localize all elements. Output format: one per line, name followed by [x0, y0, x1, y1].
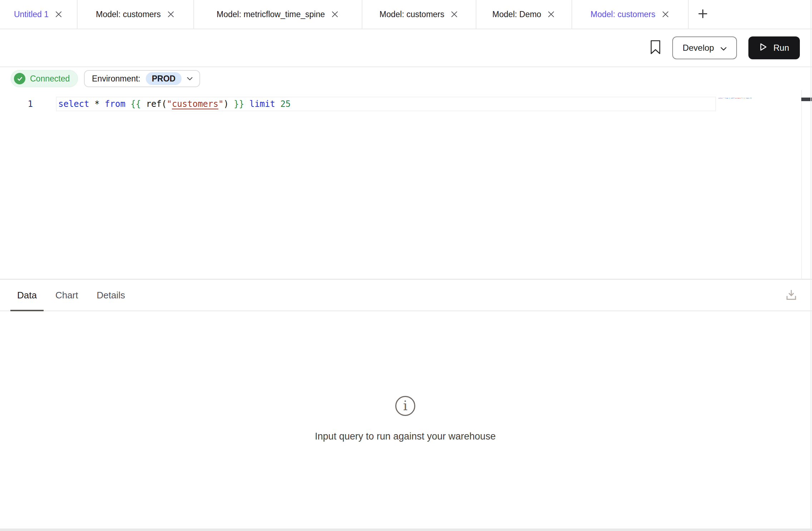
code-token: "	[218, 99, 223, 109]
page-scrollbar-track	[811, 0, 811, 531]
bottom-border	[0, 528, 812, 531]
results-panel-header: Data Chart Details	[0, 280, 812, 311]
develop-button-label: Develop	[683, 43, 714, 53]
results-tabs: Data Chart Details	[0, 280, 137, 311]
app-window: Untitled 1 Model: customers Model: metri…	[0, 0, 812, 531]
sql-editor[interactable]: 1 select * from {{ ref("customers") }} l…	[0, 90, 812, 279]
info-icon: i	[395, 396, 415, 416]
tab-details[interactable]: Details	[90, 280, 132, 311]
develop-button[interactable]: Develop	[672, 36, 737, 59]
tab-untitled-1[interactable]: Untitled 1	[0, 0, 78, 29]
toolbar: Develop Run	[0, 29, 812, 67]
editor-scrollbar-track	[801, 90, 812, 279]
code-token: *	[94, 99, 105, 109]
tab-model-demo[interactable]: Model: Demo	[476, 0, 572, 29]
tab-label: Model: Demo	[492, 10, 541, 19]
environment-value-chip: PROD	[146, 72, 182, 85]
tab-details-label: Details	[97, 290, 125, 301]
results-empty-state: i Input query to run against your wareho…	[0, 396, 811, 442]
info-icon-glyph: i	[403, 399, 407, 412]
chevron-down-icon	[721, 43, 727, 53]
tab-model-customers-3[interactable]: Model: customers	[572, 0, 689, 29]
code-token: "	[167, 99, 172, 109]
code-token: ref(	[146, 99, 167, 109]
tab-label: Model: metricflow_time_spine	[217, 10, 325, 19]
bookmark-button[interactable]	[650, 40, 661, 56]
check-circle-icon	[14, 73, 25, 84]
new-tab-button[interactable]	[689, 0, 708, 29]
editor-minimap[interactable]: select * from {{ ref("customers") }} lim…	[718, 98, 801, 126]
close-icon[interactable]	[450, 10, 459, 19]
editor-tab-bar: Untitled 1 Model: customers Model: metri…	[0, 0, 812, 29]
connection-status-label: Connected	[30, 74, 70, 84]
close-icon[interactable]	[167, 10, 175, 19]
bookmark-icon	[650, 40, 661, 56]
tab-model-metricflow-time-spine[interactable]: Model: metricflow_time_spine	[194, 0, 362, 29]
tab-model-customers-1[interactable]: Model: customers	[78, 0, 194, 29]
tab-label: Untitled 1	[14, 10, 49, 19]
run-button-label: Run	[773, 43, 789, 53]
code-token: }}	[234, 99, 249, 109]
empty-state-message: Input query to run against your warehous…	[315, 431, 496, 442]
tab-data[interactable]: Data	[10, 280, 44, 311]
close-icon[interactable]	[547, 10, 555, 19]
run-button[interactable]: Run	[748, 36, 800, 59]
environment-selector[interactable]: Environment: PROD	[84, 70, 200, 87]
code-token: from	[105, 99, 130, 109]
code-line[interactable]: select * from {{ ref("customers") }} lim…	[58, 99, 291, 109]
chevron-down-icon	[187, 76, 193, 81]
code-token: limit	[249, 99, 281, 109]
code-token: select	[58, 99, 94, 109]
code-token-ref-link[interactable]: customers	[172, 99, 218, 109]
tab-model-customers-2[interactable]: Model: customers	[362, 0, 476, 29]
environment-label: Environment:	[92, 74, 140, 84]
tab-data-label: Data	[17, 290, 37, 301]
close-icon[interactable]	[54, 10, 63, 19]
download-results-button[interactable]	[784, 280, 798, 311]
code-token: )	[223, 99, 234, 109]
download-icon	[784, 288, 798, 303]
play-icon	[759, 43, 767, 54]
tab-chart-label: Chart	[55, 290, 78, 301]
close-icon[interactable]	[331, 10, 339, 19]
tab-label: Model: customers	[590, 10, 655, 19]
code-token: 25	[280, 99, 291, 109]
tab-label: Model: customers	[380, 10, 445, 19]
status-row: Connected Environment: PROD	[0, 67, 812, 90]
line-number: 1	[19, 99, 33, 109]
tab-chart[interactable]: Chart	[49, 280, 85, 311]
code-token: {{	[130, 99, 146, 109]
plus-icon	[698, 9, 708, 20]
tab-label: Model: customers	[96, 10, 161, 19]
connection-status-badge: Connected	[11, 70, 78, 87]
minimap-code: select * from {{ ref("customers") }} lim…	[718, 98, 730, 99]
close-icon[interactable]	[661, 10, 670, 19]
